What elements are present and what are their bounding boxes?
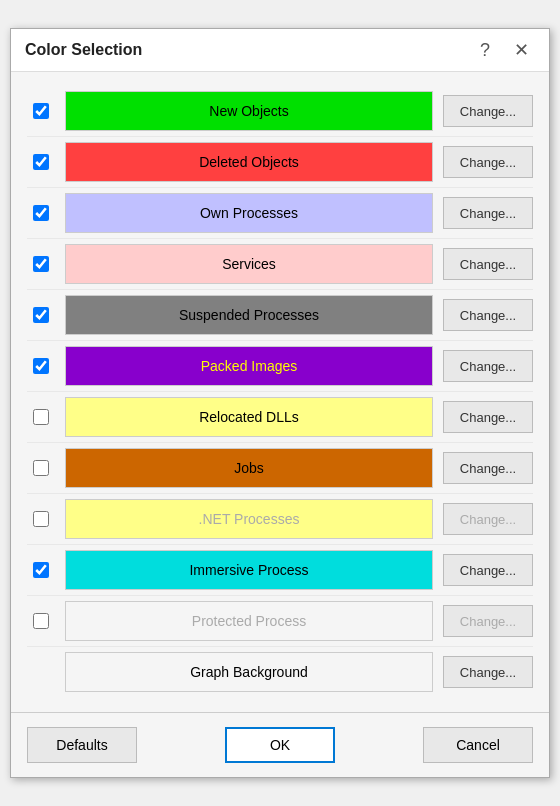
row-graph-background: Graph BackgroundChange... — [27, 647, 533, 697]
color-label-deleted-objects: Deleted Objects — [65, 142, 433, 182]
checkbox-wrap-protected-process — [27, 613, 55, 629]
color-label-immersive-process: Immersive Process — [65, 550, 433, 590]
row-packed-images: Packed ImagesChange... — [27, 341, 533, 392]
change-button-graph-background[interactable]: Change... — [443, 656, 533, 688]
checkbox-wrap-immersive-process — [27, 562, 55, 578]
change-button-deleted-objects[interactable]: Change... — [443, 146, 533, 178]
row-protected-process: Protected ProcessChange... — [27, 596, 533, 647]
row-jobs: JobsChange... — [27, 443, 533, 494]
dialog-title: Color Selection — [25, 41, 142, 59]
footer: Defaults OK Cancel — [11, 712, 549, 777]
title-bar: Color Selection ? ✕ — [11, 29, 549, 72]
checkbox-deleted-objects[interactable] — [33, 154, 49, 170]
checkbox-own-processes[interactable] — [33, 205, 49, 221]
row-net-processes: .NET ProcessesChange... — [27, 494, 533, 545]
row-deleted-objects: Deleted ObjectsChange... — [27, 137, 533, 188]
color-label-new-objects: New Objects — [65, 91, 433, 131]
content-area: New ObjectsChange...Deleted ObjectsChang… — [11, 72, 549, 712]
checkbox-packed-images[interactable] — [33, 358, 49, 374]
change-button-jobs[interactable]: Change... — [443, 452, 533, 484]
checkbox-protected-process[interactable] — [33, 613, 49, 629]
checkbox-wrap-own-processes — [27, 205, 55, 221]
change-button-relocated-dlls[interactable]: Change... — [443, 401, 533, 433]
row-services: ServicesChange... — [27, 239, 533, 290]
checkbox-net-processes[interactable] — [33, 511, 49, 527]
color-label-own-processes: Own Processes — [65, 193, 433, 233]
change-button-immersive-process[interactable]: Change... — [443, 554, 533, 586]
change-button-own-processes[interactable]: Change... — [443, 197, 533, 229]
checkbox-wrap-packed-images — [27, 358, 55, 374]
checkbox-wrap-services — [27, 256, 55, 272]
color-label-suspended-processes: Suspended Processes — [65, 295, 433, 335]
title-bar-right: ? ✕ — [474, 39, 535, 61]
color-label-relocated-dlls: Relocated DLLs — [65, 397, 433, 437]
row-suspended-processes: Suspended ProcessesChange... — [27, 290, 533, 341]
change-button-net-processes: Change... — [443, 503, 533, 535]
color-label-protected-process: Protected Process — [65, 601, 433, 641]
checkbox-relocated-dlls[interactable] — [33, 409, 49, 425]
color-label-net-processes: .NET Processes — [65, 499, 433, 539]
defaults-button[interactable]: Defaults — [27, 727, 137, 763]
close-button[interactable]: ✕ — [508, 39, 535, 61]
change-button-new-objects[interactable]: Change... — [443, 95, 533, 127]
row-new-objects: New ObjectsChange... — [27, 86, 533, 137]
checkbox-immersive-process[interactable] — [33, 562, 49, 578]
checkbox-new-objects[interactable] — [33, 103, 49, 119]
color-label-packed-images: Packed Images — [65, 346, 433, 386]
change-button-packed-images[interactable]: Change... — [443, 350, 533, 382]
checkbox-wrap-jobs — [27, 460, 55, 476]
row-own-processes: Own ProcessesChange... — [27, 188, 533, 239]
ok-button[interactable]: OK — [225, 727, 335, 763]
row-immersive-process: Immersive ProcessChange... — [27, 545, 533, 596]
change-button-protected-process: Change... — [443, 605, 533, 637]
color-label-graph-background: Graph Background — [65, 652, 433, 692]
checkbox-wrap-suspended-processes — [27, 307, 55, 323]
checkbox-jobs[interactable] — [33, 460, 49, 476]
checkbox-wrap-deleted-objects — [27, 154, 55, 170]
color-label-services: Services — [65, 244, 433, 284]
checkbox-suspended-processes[interactable] — [33, 307, 49, 323]
change-button-services[interactable]: Change... — [443, 248, 533, 280]
change-button-suspended-processes[interactable]: Change... — [443, 299, 533, 331]
cancel-button[interactable]: Cancel — [423, 727, 533, 763]
checkbox-wrap-relocated-dlls — [27, 409, 55, 425]
checkbox-wrap-net-processes — [27, 511, 55, 527]
row-relocated-dlls: Relocated DLLsChange... — [27, 392, 533, 443]
checkbox-services[interactable] — [33, 256, 49, 272]
help-button[interactable]: ? — [474, 39, 496, 61]
color-label-jobs: Jobs — [65, 448, 433, 488]
checkbox-wrap-new-objects — [27, 103, 55, 119]
title-bar-left: Color Selection — [25, 41, 142, 59]
color-selection-dialog: Color Selection ? ✕ New ObjectsChange...… — [10, 28, 550, 778]
